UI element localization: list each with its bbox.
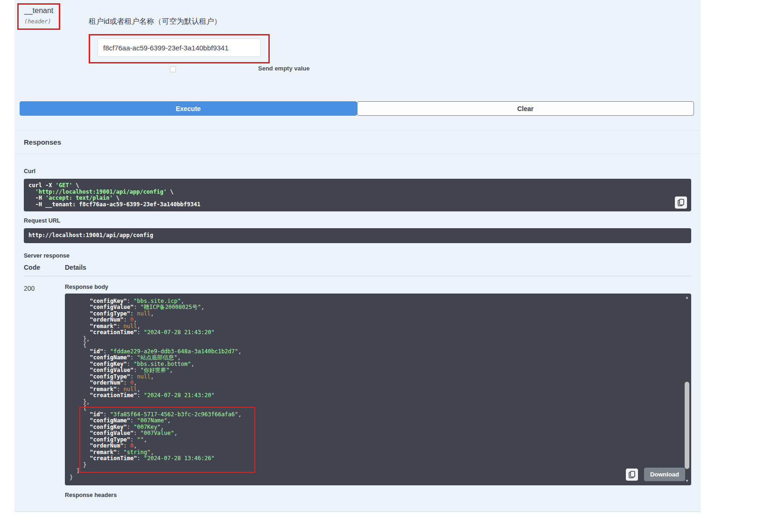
copy-response-button[interactable] bbox=[626, 469, 638, 481]
server-response-label: Server response bbox=[24, 252, 691, 259]
responses-title: Responses bbox=[24, 138, 61, 146]
response-body-label: Response body bbox=[65, 284, 691, 290]
send-empty-row: Send empty value bbox=[89, 63, 691, 79]
execute-button[interactable]: Execute bbox=[20, 101, 357, 116]
annotation-box-input bbox=[89, 34, 270, 63]
parameters-section: __tenant (header) 租户id或者租户名称（可空为默认租户） Se… bbox=[14, 0, 701, 79]
response-table-row: 200 Response body "configKey": "bbs.site… bbox=[24, 276, 691, 511]
curl-block: curl -X 'GET' \ 'http://localhost:19001/… bbox=[24, 179, 691, 211]
response-table-header: Code Details bbox=[24, 264, 691, 276]
send-empty-checkbox[interactable] bbox=[170, 66, 176, 72]
tenant-input[interactable] bbox=[98, 38, 261, 57]
curl-command: curl -X 'GET' \ 'http://localhost:19001/… bbox=[24, 179, 691, 211]
send-empty-label: Send empty value bbox=[258, 65, 310, 72]
scroll-up-icon[interactable]: ▲ bbox=[684, 294, 690, 301]
parameter-description-column: 租户id或者租户名称（可空为默认租户） Send empty value bbox=[89, 3, 691, 79]
clipboard-icon bbox=[678, 199, 684, 206]
request-url-label: Request URL bbox=[24, 217, 691, 224]
response-scrollbar: ▲ ▼ bbox=[684, 294, 690, 485]
parameter-name-column: __tenant (header) bbox=[17, 3, 89, 79]
copy-curl-button[interactable] bbox=[675, 196, 687, 209]
parameter-description: 租户id或者租户名称（可空为默认租户） bbox=[89, 17, 691, 27]
responses-header: Responses bbox=[14, 130, 701, 154]
response-actions: Download bbox=[626, 468, 685, 481]
response-body-block: "configKey": "bbs.site.icp", "configValu… bbox=[65, 294, 691, 486]
get-operation-block: __tenant (header) 租户id或者租户名称（可空为默认租户） Se… bbox=[14, 0, 701, 512]
clear-button[interactable]: Clear bbox=[357, 101, 694, 116]
status-code: 200 bbox=[24, 284, 65, 511]
response-headers-label: Response headers bbox=[65, 492, 691, 511]
response-body-json: "configKey": "bbs.site.icp", "configValu… bbox=[65, 294, 691, 486]
download-button[interactable]: Download bbox=[644, 468, 685, 481]
curl-label: Curl bbox=[24, 168, 691, 175]
execute-row: Execute Clear bbox=[20, 101, 694, 116]
scrollbar-thumb[interactable] bbox=[685, 382, 689, 469]
clipboard-icon bbox=[629, 471, 635, 478]
request-url-value: http://localhost:19001/api/app/config bbox=[24, 228, 691, 243]
responses-body: Curl curl -X 'GET' \ 'http://localhost:1… bbox=[14, 154, 701, 511]
parameter-name: __tenant bbox=[24, 7, 53, 15]
parameter-location: (header) bbox=[24, 18, 53, 25]
details-column-header: Details bbox=[65, 264, 86, 271]
response-details-cell: Response body "configKey": "bbs.site.icp… bbox=[65, 284, 691, 511]
code-column-header: Code bbox=[24, 264, 65, 271]
annotation-box-tenant: __tenant (header) bbox=[17, 3, 60, 30]
request-url-block: http://localhost:19001/api/app/config bbox=[24, 228, 691, 243]
